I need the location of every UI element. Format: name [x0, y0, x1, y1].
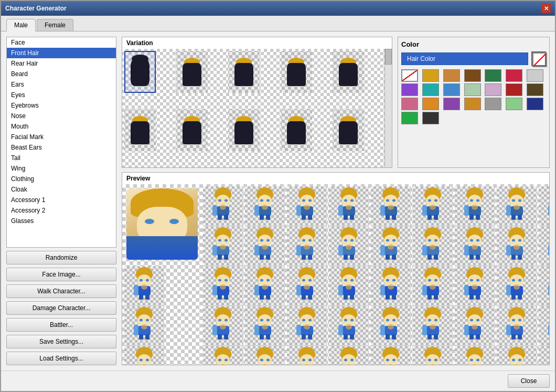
category-item-beard[interactable]: Beard	[7, 69, 116, 79]
damage-character-button[interactable]: Damage Character...	[6, 301, 116, 315]
svg-point-314	[304, 324, 310, 330]
color-swatch-violet[interactable]	[443, 98, 460, 110]
color-swatch-brown[interactable]	[464, 69, 481, 82]
variation-cell-4[interactable]	[333, 51, 364, 93]
svg-point-120	[350, 239, 354, 242]
preview-sprite-27	[455, 266, 495, 306]
color-swatch-teal[interactable]	[422, 83, 439, 96]
face-image-button[interactable]: Face Image...	[6, 268, 116, 281]
preview-sprite-3	[329, 186, 369, 226]
color-swatch-lilac[interactable]	[485, 83, 501, 96]
category-item-wing[interactable]: Wing	[7, 163, 116, 174]
walk-character-button[interactable]: Walk Character...	[6, 284, 116, 298]
tab-male[interactable]: Male	[6, 19, 36, 31]
category-item-facial-mark[interactable]: Facial Mark	[7, 132, 116, 142]
variation-cell-2[interactable]	[228, 51, 260, 93]
face-portrait	[126, 188, 198, 260]
preview-sprite-45	[287, 346, 327, 365]
svg-rect-203	[254, 285, 259, 295]
tab-female[interactable]: Female	[37, 19, 73, 31]
selected-color-swatch[interactable]	[531, 51, 546, 66]
hair-color-label[interactable]: Hair Color	[401, 52, 528, 65]
color-swatch-pink[interactable]	[401, 98, 418, 110]
color-swatch-purple[interactable]	[401, 83, 418, 96]
category-item-cloak[interactable]: Cloak	[7, 184, 116, 195]
color-swatch-orange[interactable]	[422, 98, 439, 110]
variation-cell-3[interactable]	[281, 51, 312, 93]
category-item-nose[interactable]: Nose	[7, 111, 116, 121]
svg-rect-214	[308, 294, 312, 300]
svg-rect-311	[296, 325, 301, 335]
svg-rect-295	[224, 334, 228, 340]
variation-cell-7[interactable]	[228, 109, 260, 151]
category-item-tail[interactable]: Tail	[7, 153, 116, 163]
svg-rect-231	[386, 294, 390, 300]
svg-point-228	[392, 279, 395, 282]
svg-rect-32	[338, 205, 343, 216]
main-content: FaceFront HairRear HairBeardEarsEyesEyeb…	[1, 31, 555, 370]
battler-button[interactable]: Battler...	[6, 318, 116, 332]
color-swatch-dark-red[interactable]	[506, 69, 522, 82]
svg-point-66	[518, 199, 521, 202]
svg-rect-294	[218, 334, 222, 340]
preview-inner	[122, 184, 549, 365]
color-swatch-light-gray[interactable]	[527, 69, 543, 82]
color-swatch-dark-green[interactable]	[485, 69, 501, 82]
variation-cell-0[interactable]	[124, 51, 156, 93]
variation-cell-5[interactable]	[124, 109, 156, 151]
preview-sprite-43	[203, 346, 243, 365]
save-settings-button[interactable]: Save Settings...	[6, 335, 116, 348]
variation-cell-6[interactable]	[176, 109, 208, 151]
color-swatch-blue[interactable]	[443, 83, 460, 96]
variation-scrollbar[interactable]	[384, 49, 392, 167]
color-swatch-red[interactable]	[506, 83, 522, 96]
category-item-front-hair[interactable]: Front Hair	[7, 48, 116, 58]
color-swatch-none/transparent[interactable]	[401, 69, 418, 82]
variation-cell-9[interactable]	[333, 109, 364, 151]
load-settings-button[interactable]: Load Settings...	[6, 352, 116, 365]
svg-point-191	[218, 279, 221, 282]
svg-point-128	[386, 239, 389, 242]
svg-rect-158	[506, 245, 511, 256]
category-item-eyes[interactable]: Eyes	[7, 90, 116, 100]
variation-cell-8[interactable]	[281, 109, 312, 151]
svg-rect-23	[296, 205, 301, 216]
svg-rect-196	[224, 294, 228, 300]
category-item-eyebrows[interactable]: Eyebrows	[7, 100, 116, 111]
category-item-accessory-1[interactable]: Accessory 1	[7, 195, 116, 205]
randomize-button[interactable]: Randomize	[6, 251, 116, 264]
svg-point-143	[430, 245, 436, 250]
category-item-mouth[interactable]: Mouth	[7, 121, 116, 132]
category-list: FaceFront HairRear HairBeardEarsEyesEyeb…	[6, 37, 116, 248]
color-swatch-dark-gray[interactable]	[422, 112, 439, 124]
svg-rect-239	[422, 285, 427, 295]
svg-point-326	[386, 319, 389, 322]
category-item-face[interactable]: Face	[7, 37, 116, 48]
preview-sprite-17	[497, 226, 537, 266]
variation-scrollbar-thumb[interactable]	[385, 49, 392, 65]
preview-sprite-38	[455, 306, 495, 346]
category-item-accessory-2[interactable]: Accessory 2	[7, 205, 116, 216]
color-swatch-gray[interactable]	[485, 98, 501, 110]
color-swatch-green[interactable]	[506, 98, 522, 110]
color-swatch-navy[interactable]	[527, 98, 543, 110]
window-close-button[interactable]: ✕	[541, 4, 551, 13]
category-item-rear-hair[interactable]: Rear Hair	[7, 58, 116, 69]
color-swatch-dark-brown[interactable]	[527, 83, 543, 96]
svg-rect-131	[380, 245, 385, 256]
color-swatch-amber[interactable]	[464, 98, 481, 110]
color-swatch-dark-gold[interactable]	[443, 69, 460, 82]
category-item-glasses[interactable]: Glasses	[7, 216, 116, 226]
color-swatch-gold[interactable]	[422, 69, 439, 82]
svg-point-291	[224, 319, 228, 322]
color-swatch-light-green[interactable]	[464, 83, 481, 96]
face-portrait-container	[124, 186, 203, 266]
category-item-ears[interactable]: Ears	[7, 79, 116, 90]
svg-point-155	[512, 239, 515, 242]
category-item-beast-ears[interactable]: Beast Ears	[7, 142, 116, 153]
svg-point-344	[470, 319, 473, 322]
color-swatch-bright-green[interactable]	[401, 112, 418, 124]
category-item-clothing[interactable]: Clothing	[7, 174, 116, 184]
close-button[interactable]: Close	[508, 374, 550, 388]
variation-cell-1[interactable]	[176, 51, 208, 93]
